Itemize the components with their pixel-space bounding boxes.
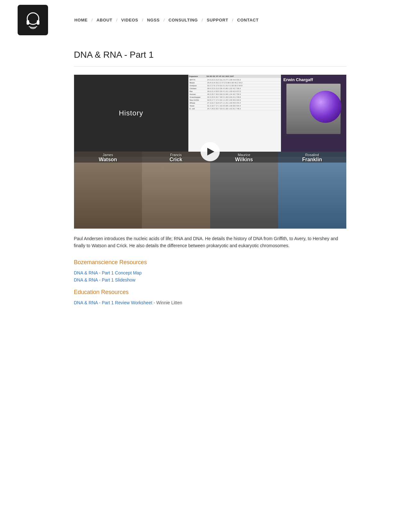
svg-rect-2 bbox=[37, 20, 39, 25]
worksheet-link[interactable]: DNA & RNA - Part 1 Review Worksheet bbox=[74, 300, 152, 305]
table-row: Wheat27.3 22.7 22.8 27.1 1.01 1.00 45.5 … bbox=[189, 102, 280, 105]
nav-sep-1: / bbox=[92, 18, 93, 22]
scientist-first-name: Rosalind bbox=[278, 152, 346, 157]
nav-consulting[interactable]: CONSULTING bbox=[168, 16, 198, 24]
table-header-row: Organism SA SO SC ST AT GC SGC SAT bbox=[188, 75, 281, 78]
nav-home[interactable]: HOME bbox=[74, 16, 88, 24]
chargaff-panel: Erwin Chargaff bbox=[281, 75, 346, 152]
history-panel: History bbox=[74, 75, 188, 152]
scientist-panel-franklin: Rosalind Franklin bbox=[278, 152, 346, 229]
bozeman-resources-section: Bozemanscience Resources DNA & RNA - Par… bbox=[74, 259, 346, 282]
scientist-last-name: Watson bbox=[74, 157, 142, 163]
scientist-last-name: Wilkins bbox=[210, 157, 278, 163]
video-container[interactable]: History Organism SA SO SC ST AT GC SGC S… bbox=[74, 75, 346, 229]
table-organism-header: Organism bbox=[189, 75, 207, 77]
education-resources-title: Education Resources bbox=[74, 289, 346, 296]
scientist-first-name: Maurice bbox=[210, 152, 278, 157]
main-nav: HOME / ABOUT / VIDEOS / NGSS / CONSULTIN… bbox=[74, 16, 259, 24]
scientist-panel-wilkins: Maurice Wilkins bbox=[210, 152, 278, 229]
nav-support[interactable]: SUPPORT bbox=[206, 16, 229, 24]
nav-ngss[interactable]: NGSS bbox=[146, 16, 160, 24]
logo-container[interactable] bbox=[18, 5, 48, 35]
concept-map-link[interactable]: DNA & RNA - Part 1 Concept Map bbox=[74, 270, 346, 275]
scientist-panel-watson: James Watson bbox=[74, 152, 142, 229]
nav-sep-2: / bbox=[116, 18, 118, 22]
scientist-last-name: Franklin bbox=[278, 157, 346, 163]
table-row: Chicken28.0 22.0 21.6 28.4 0.80 1.02 43.… bbox=[189, 87, 280, 90]
bozeman-resources-title: Bozemanscience Resources bbox=[74, 259, 346, 266]
table-row: E. coli24.7 26.0 25.7 23.6 1.06 1.01 51.… bbox=[189, 107, 280, 110]
sphere-decoration bbox=[309, 91, 342, 123]
main-content: DNA & RNA - Part 1 History Organism SA S… bbox=[56, 40, 364, 331]
play-button[interactable] bbox=[201, 142, 220, 161]
table-row: Human29.3 20.7 20.0 30.0 0.99 1.04 40.7 … bbox=[189, 93, 280, 96]
nav-sep-5: / bbox=[202, 18, 203, 22]
chargaff-table-panel: Organism SA SO SC ST AT GC SGC SAT 6RT74… bbox=[188, 75, 281, 152]
worksheet-author: - Winnie Litten bbox=[153, 300, 182, 305]
table-data-rows: 6RT7424.0 23.3 21.5 31.2 0.77 1.08 44.9 … bbox=[188, 78, 281, 111]
table-row: Rat28.6 21.4 00.5 20.4 1.01 1.00 42.9 57… bbox=[189, 90, 280, 93]
nav-sep-4: / bbox=[163, 18, 165, 22]
scientist-panel-crick: Francis Crick bbox=[142, 152, 210, 229]
nav-about[interactable]: ABOUT bbox=[96, 16, 113, 24]
table-row: Grasshopper29.3 20.5 20.7 26.5 1.00 0.00… bbox=[189, 96, 280, 99]
slideshow-link[interactable]: DNA & RNA - Part 1 Slideshow bbox=[74, 277, 346, 282]
logo-box bbox=[18, 5, 48, 35]
table-row: Yeast31.3 18.7 17.1 32.9 0.98 1.09 36.0 … bbox=[189, 105, 280, 107]
logo-icon bbox=[23, 11, 43, 30]
nav-sep-3: / bbox=[142, 18, 143, 22]
video-description: Paul Andersen introduces the nucleic aci… bbox=[74, 235, 346, 249]
table-row: Maize25.8 22.8 25.3 2 27.3 0.98 0.96 46.… bbox=[189, 81, 280, 84]
history-label: History bbox=[119, 109, 143, 117]
nav-contact[interactable]: CONTACT bbox=[236, 16, 259, 24]
video-thumbnail: History Organism SA SO SC ST AT GC SGC S… bbox=[74, 75, 346, 229]
scientist-first-name: James bbox=[74, 152, 142, 157]
nav-sep-6: / bbox=[232, 18, 234, 22]
chargaff-name: Erwin Chargaff bbox=[284, 77, 313, 82]
scientists-panel: James Watson Francis Crick Maurice Wilki… bbox=[74, 152, 346, 229]
scientist-last-name: Crick bbox=[142, 157, 210, 163]
page-title: DNA & RNA - Part 1 bbox=[74, 50, 346, 60]
nav-videos[interactable]: VIDEOS bbox=[120, 16, 139, 24]
table-row: Octopus33.2 17.6 17.8 31.5 1.01 5 1.00 3… bbox=[189, 84, 280, 87]
table-row: 6RT7424.0 23.3 21.5 31.2 0.77 1.08 44.9 … bbox=[189, 79, 280, 81]
title-divider bbox=[74, 66, 346, 67]
play-icon bbox=[207, 148, 214, 156]
svg-rect-1 bbox=[27, 20, 29, 25]
scientist-first-name: Francis bbox=[142, 152, 210, 157]
education-resources-section: Education Resources DNA & RNA - Part 1 R… bbox=[74, 289, 346, 305]
site-header: HOME / ABOUT / VIDEOS / NGSS / CONSULTIN… bbox=[0, 0, 420, 40]
worksheet-item: DNA & RNA - Part 1 Review Worksheet - Wi… bbox=[74, 300, 346, 305]
table-values-header: SA SO SC ST AT GC SGC SAT bbox=[207, 75, 280, 77]
table-row: Sea Urchin32.8 17.7 17.3 32.1 1.02 1.00 … bbox=[189, 99, 280, 102]
